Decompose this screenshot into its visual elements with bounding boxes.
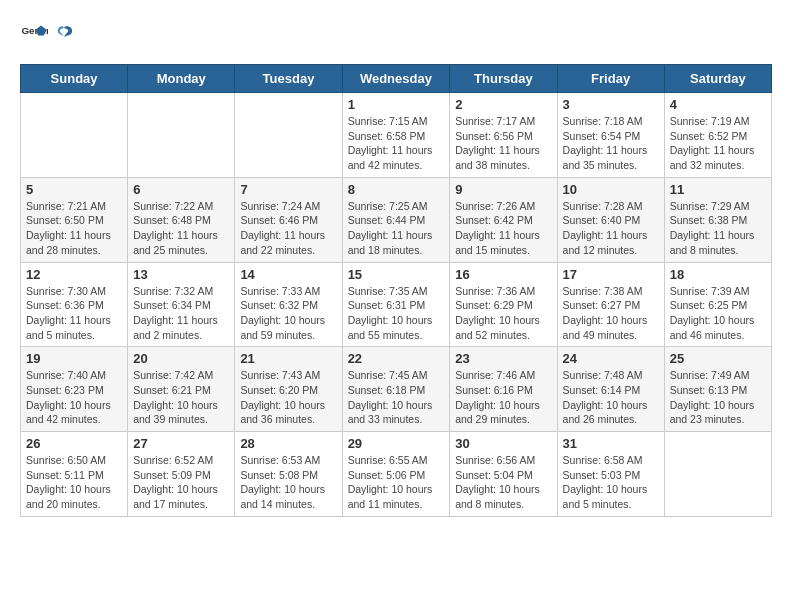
- calendar-cell: 30Sunrise: 6:56 AM Sunset: 5:04 PM Dayli…: [450, 432, 557, 517]
- calendar-cell: 28Sunrise: 6:53 AM Sunset: 5:08 PM Dayli…: [235, 432, 342, 517]
- calendar-cell: [21, 93, 128, 178]
- day-number: 20: [133, 351, 229, 366]
- day-number: 16: [455, 267, 551, 282]
- calendar-cell: 1Sunrise: 7:15 AM Sunset: 6:58 PM Daylig…: [342, 93, 450, 178]
- day-info: Sunrise: 7:17 AM Sunset: 6:56 PM Dayligh…: [455, 114, 551, 173]
- day-info: Sunrise: 7:24 AM Sunset: 6:46 PM Dayligh…: [240, 199, 336, 258]
- calendar-cell: 6Sunrise: 7:22 AM Sunset: 6:48 PM Daylig…: [128, 177, 235, 262]
- calendar-cell: 23Sunrise: 7:46 AM Sunset: 6:16 PM Dayli…: [450, 347, 557, 432]
- day-info: Sunrise: 7:28 AM Sunset: 6:40 PM Dayligh…: [563, 199, 659, 258]
- day-info: Sunrise: 6:53 AM Sunset: 5:08 PM Dayligh…: [240, 453, 336, 512]
- day-number: 23: [455, 351, 551, 366]
- day-number: 2: [455, 97, 551, 112]
- calendar-cell: 31Sunrise: 6:58 AM Sunset: 5:03 PM Dayli…: [557, 432, 664, 517]
- calendar-week-row: 12Sunrise: 7:30 AM Sunset: 6:36 PM Dayli…: [21, 262, 772, 347]
- day-number: 14: [240, 267, 336, 282]
- calendar-cell: 3Sunrise: 7:18 AM Sunset: 6:54 PM Daylig…: [557, 93, 664, 178]
- calendar-cell: 9Sunrise: 7:26 AM Sunset: 6:42 PM Daylig…: [450, 177, 557, 262]
- day-info: Sunrise: 7:30 AM Sunset: 6:36 PM Dayligh…: [26, 284, 122, 343]
- day-number: 18: [670, 267, 766, 282]
- calendar-cell: 25Sunrise: 7:49 AM Sunset: 6:13 PM Dayli…: [664, 347, 771, 432]
- calendar-cell: 20Sunrise: 7:42 AM Sunset: 6:21 PM Dayli…: [128, 347, 235, 432]
- calendar-cell: [128, 93, 235, 178]
- day-info: Sunrise: 6:50 AM Sunset: 5:11 PM Dayligh…: [26, 453, 122, 512]
- day-info: Sunrise: 6:55 AM Sunset: 5:06 PM Dayligh…: [348, 453, 445, 512]
- day-number: 6: [133, 182, 229, 197]
- calendar-cell: 5Sunrise: 7:21 AM Sunset: 6:50 PM Daylig…: [21, 177, 128, 262]
- calendar-week-row: 5Sunrise: 7:21 AM Sunset: 6:50 PM Daylig…: [21, 177, 772, 262]
- calendar-cell: 24Sunrise: 7:48 AM Sunset: 6:14 PM Dayli…: [557, 347, 664, 432]
- calendar-cell: 2Sunrise: 7:17 AM Sunset: 6:56 PM Daylig…: [450, 93, 557, 178]
- day-info: Sunrise: 7:36 AM Sunset: 6:29 PM Dayligh…: [455, 284, 551, 343]
- day-info: Sunrise: 7:26 AM Sunset: 6:42 PM Dayligh…: [455, 199, 551, 258]
- day-info: Sunrise: 7:40 AM Sunset: 6:23 PM Dayligh…: [26, 368, 122, 427]
- logo: General: [20, 20, 76, 48]
- day-info: Sunrise: 7:38 AM Sunset: 6:27 PM Dayligh…: [563, 284, 659, 343]
- day-number: 19: [26, 351, 122, 366]
- day-info: Sunrise: 7:33 AM Sunset: 6:32 PM Dayligh…: [240, 284, 336, 343]
- calendar-table: SundayMondayTuesdayWednesdayThursdayFrid…: [20, 64, 772, 517]
- day-number: 7: [240, 182, 336, 197]
- day-info: Sunrise: 7:29 AM Sunset: 6:38 PM Dayligh…: [670, 199, 766, 258]
- calendar-cell: 18Sunrise: 7:39 AM Sunset: 6:25 PM Dayli…: [664, 262, 771, 347]
- day-number: 4: [670, 97, 766, 112]
- calendar-cell: 11Sunrise: 7:29 AM Sunset: 6:38 PM Dayli…: [664, 177, 771, 262]
- day-number: 30: [455, 436, 551, 451]
- day-info: Sunrise: 7:18 AM Sunset: 6:54 PM Dayligh…: [563, 114, 659, 173]
- day-number: 9: [455, 182, 551, 197]
- calendar-cell: 14Sunrise: 7:33 AM Sunset: 6:32 PM Dayli…: [235, 262, 342, 347]
- day-number: 24: [563, 351, 659, 366]
- day-info: Sunrise: 6:58 AM Sunset: 5:03 PM Dayligh…: [563, 453, 659, 512]
- day-info: Sunrise: 7:43 AM Sunset: 6:20 PM Dayligh…: [240, 368, 336, 427]
- day-info: Sunrise: 7:22 AM Sunset: 6:48 PM Dayligh…: [133, 199, 229, 258]
- calendar-day-header: Sunday: [21, 65, 128, 93]
- day-info: Sunrise: 7:49 AM Sunset: 6:13 PM Dayligh…: [670, 368, 766, 427]
- day-number: 12: [26, 267, 122, 282]
- day-number: 11: [670, 182, 766, 197]
- day-number: 3: [563, 97, 659, 112]
- logo-bird-icon: [53, 23, 75, 45]
- day-number: 31: [563, 436, 659, 451]
- day-number: 29: [348, 436, 445, 451]
- calendar-cell: 21Sunrise: 7:43 AM Sunset: 6:20 PM Dayli…: [235, 347, 342, 432]
- calendar-week-row: 19Sunrise: 7:40 AM Sunset: 6:23 PM Dayli…: [21, 347, 772, 432]
- day-info: Sunrise: 6:52 AM Sunset: 5:09 PM Dayligh…: [133, 453, 229, 512]
- calendar-cell: 27Sunrise: 6:52 AM Sunset: 5:09 PM Dayli…: [128, 432, 235, 517]
- day-info: Sunrise: 6:56 AM Sunset: 5:04 PM Dayligh…: [455, 453, 551, 512]
- calendar-week-row: 26Sunrise: 6:50 AM Sunset: 5:11 PM Dayli…: [21, 432, 772, 517]
- day-info: Sunrise: 7:45 AM Sunset: 6:18 PM Dayligh…: [348, 368, 445, 427]
- day-number: 26: [26, 436, 122, 451]
- calendar-cell: 8Sunrise: 7:25 AM Sunset: 6:44 PM Daylig…: [342, 177, 450, 262]
- day-info: Sunrise: 7:15 AM Sunset: 6:58 PM Dayligh…: [348, 114, 445, 173]
- day-number: 28: [240, 436, 336, 451]
- calendar-day-header: Wednesday: [342, 65, 450, 93]
- day-number: 21: [240, 351, 336, 366]
- calendar-cell: 12Sunrise: 7:30 AM Sunset: 6:36 PM Dayli…: [21, 262, 128, 347]
- calendar-day-header: Tuesday: [235, 65, 342, 93]
- day-number: 8: [348, 182, 445, 197]
- day-number: 1: [348, 97, 445, 112]
- calendar-cell: 4Sunrise: 7:19 AM Sunset: 6:52 PM Daylig…: [664, 93, 771, 178]
- day-number: 22: [348, 351, 445, 366]
- day-number: 17: [563, 267, 659, 282]
- day-number: 25: [670, 351, 766, 366]
- day-info: Sunrise: 7:32 AM Sunset: 6:34 PM Dayligh…: [133, 284, 229, 343]
- calendar-cell: [664, 432, 771, 517]
- day-info: Sunrise: 7:39 AM Sunset: 6:25 PM Dayligh…: [670, 284, 766, 343]
- calendar-cell: [235, 93, 342, 178]
- calendar-day-header: Thursday: [450, 65, 557, 93]
- day-info: Sunrise: 7:35 AM Sunset: 6:31 PM Dayligh…: [348, 284, 445, 343]
- calendar-cell: 17Sunrise: 7:38 AM Sunset: 6:27 PM Dayli…: [557, 262, 664, 347]
- calendar-cell: 19Sunrise: 7:40 AM Sunset: 6:23 PM Dayli…: [21, 347, 128, 432]
- day-info: Sunrise: 7:46 AM Sunset: 6:16 PM Dayligh…: [455, 368, 551, 427]
- calendar-cell: 13Sunrise: 7:32 AM Sunset: 6:34 PM Dayli…: [128, 262, 235, 347]
- day-info: Sunrise: 7:25 AM Sunset: 6:44 PM Dayligh…: [348, 199, 445, 258]
- day-number: 15: [348, 267, 445, 282]
- calendar-week-row: 1Sunrise: 7:15 AM Sunset: 6:58 PM Daylig…: [21, 93, 772, 178]
- calendar-day-header: Monday: [128, 65, 235, 93]
- day-number: 27: [133, 436, 229, 451]
- calendar-cell: 7Sunrise: 7:24 AM Sunset: 6:46 PM Daylig…: [235, 177, 342, 262]
- day-number: 5: [26, 182, 122, 197]
- day-info: Sunrise: 7:19 AM Sunset: 6:52 PM Dayligh…: [670, 114, 766, 173]
- calendar-cell: 15Sunrise: 7:35 AM Sunset: 6:31 PM Dayli…: [342, 262, 450, 347]
